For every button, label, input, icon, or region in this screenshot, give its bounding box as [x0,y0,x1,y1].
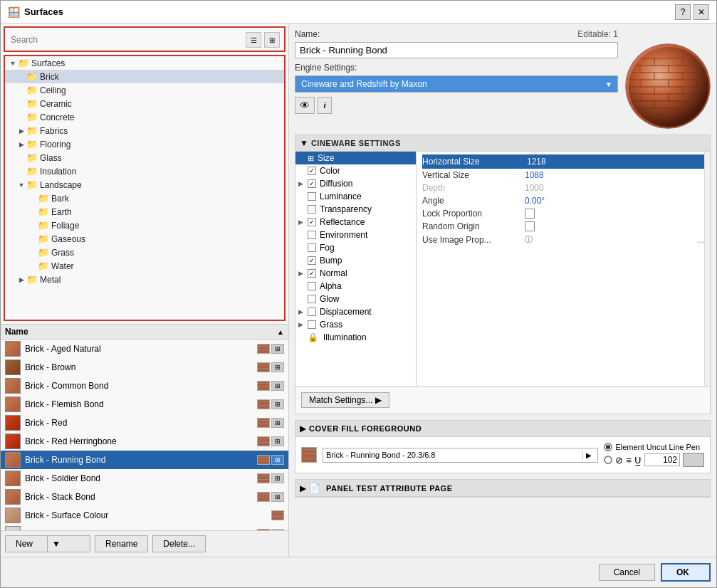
channel-grass[interactable]: ▶ Grass [295,318,416,331]
glow-checkbox[interactable] [308,295,316,303]
tree-item-concrete[interactable]: 📁 Concrete [5,110,284,124]
bump-checkbox[interactable] [308,256,316,265]
channel-transparency[interactable]: Transparency [295,203,416,216]
alpha-checkbox[interactable] [308,282,316,290]
list-item[interactable]: Brick - White Natural ⊞ [1,525,288,530]
tree-item-glass[interactable]: 📁 Glass [5,151,284,164]
brick-red-pattern-icon [257,418,270,428]
search-input[interactable] [9,33,243,46]
list-item[interactable]: Brick - Red Herringbone ⊞ [1,432,288,451]
ok-button[interactable]: OK [661,563,711,582]
channel-alpha[interactable]: Alpha [295,280,416,293]
tree-item-bark-label: Bark [51,194,69,204]
properties-scrollbar[interactable] [704,152,710,386]
cover-item-arrow[interactable]: ▶ [582,450,595,461]
material-name-input[interactable] [295,42,618,58]
lock-proportion-checkbox[interactable] [525,209,535,219]
new-dropdown-button[interactable]: ▼ [48,535,90,552]
list-item[interactable]: Brick - Flemish Bond ⊞ [1,395,288,414]
info-button[interactable]: i [318,97,332,114]
cineware-header[interactable]: ▼ CINEWARE SETTINGS [295,135,711,152]
tree-item-earth[interactable]: 📁 Earth [5,205,284,219]
channel-bump[interactable]: Bump [295,254,416,267]
normal-checkbox[interactable] [308,269,316,278]
tree-item-water[interactable]: 📁 Water [5,259,284,273]
environment-checkbox[interactable] [308,231,316,239]
illumination-icon: 🔒 [308,332,318,342]
title-bar-left: 🪟 Surfaces [8,6,63,18]
prop-angle: Angle 0.00° [422,194,704,207]
channel-luminance[interactable]: Luminance [295,190,416,203]
panel-test-header[interactable]: ▶ 📄 PANEL TEST ATTRIBUTE PAGE [295,480,710,497]
tree-item-fabrics[interactable]: ▶ 📁 Fabrics [5,124,284,137]
close-button[interactable]: ✕ [694,4,709,20]
list-item[interactable]: Brick - Stack Bond ⊞ [1,488,288,506]
tree-item-metal[interactable]: ▶ 📁 Metal [5,273,284,286]
tree-item-insulation[interactable]: 📁 Insulation [5,164,284,178]
tree-root[interactable]: ▼ 📁 Surfaces [5,56,284,70]
diffusion-checkbox[interactable] [308,179,316,188]
element-uncut-radio[interactable] [604,443,612,451]
tree-item-foliage[interactable]: 📁 Foliage [5,219,284,232]
material-preview-sphere[interactable] [625,43,711,129]
luminance-checkbox[interactable] [308,192,316,201]
fog-checkbox[interactable] [308,243,316,252]
grass-checkbox[interactable] [308,320,316,329]
list-view-button[interactable]: ☰ [246,32,261,48]
left-panel-buttons: New ▼ Rename Delete... [1,530,288,557]
channel-size[interactable]: ⊞ Size [295,152,416,164]
grass-expand-icon [28,248,38,258]
delete-button[interactable]: Delete... [152,535,206,552]
tree-item-grass-label: Grass [51,248,74,258]
tree-item-grass[interactable]: 📁 Grass [5,246,284,259]
channel-normal[interactable]: ▶ Normal [295,267,416,280]
match-settings-button[interactable]: Match Settings... ▶ [301,392,389,408]
tree-view-button[interactable]: ⊞ [264,32,280,48]
channel-illumination[interactable]: 🔒 Illumination [295,331,416,344]
eye-button[interactable]: 👁 [295,97,315,114]
opacity-input[interactable] [644,453,680,466]
tree-item-ceiling[interactable]: 📁 Ceiling [5,83,284,97]
tree-item-ceramic[interactable]: 📁 Ceramic [5,97,284,110]
channel-environment[interactable]: Environment [295,229,416,241]
color-checkbox[interactable] [308,167,316,175]
channel-reflectance[interactable]: ▶ Reflectance [295,216,416,229]
ceramic-expand-icon [16,99,26,109]
engine-select[interactable]: Cineware and Redshift by Maxon [295,75,618,93]
rename-button[interactable]: Rename [95,535,148,552]
tree-item-gaseous[interactable]: 📁 Gaseous [5,232,284,246]
list-item[interactable]: Brick - Red ⊞ [1,414,288,432]
tree-item-flooring[interactable]: ▶ 📁 Flooring [5,137,284,151]
ceramic-folder-icon: 📁 [26,98,38,109]
tree-item-bark[interactable]: 📁 Bark [5,191,284,205]
channel-color[interactable]: Color [295,164,416,177]
use-image-info-icon[interactable]: ⓘ [525,234,533,245]
opacity-radio[interactable] [604,456,612,464]
color-swatch[interactable] [683,453,704,467]
list-item[interactable]: Brick - Soldier Bond ⊞ [1,469,288,488]
new-button[interactable]: New [5,535,48,552]
cancel-button[interactable]: Cancel [599,564,655,581]
cover-fill-header[interactable]: ▶ COVER FILL FOREGROUND [295,421,710,437]
list-item[interactable]: Brick - Surface Colour [1,506,288,525]
channel-diffusion[interactable]: ▶ Diffusion [295,177,416,190]
channel-glow[interactable]: Glow [295,293,416,305]
properties-panel: Horizontal Size Vertical Size 1088 Depth… [417,152,710,386]
list-item[interactable]: Brick - Aged Natural ⊞ [1,340,288,358]
horizontal-size-input[interactable] [525,156,582,167]
help-button[interactable]: ? [675,4,691,20]
transparency-checkbox[interactable] [308,205,316,214]
list-item-selected[interactable]: Brick - Running Bond ⊞ [1,451,288,469]
random-origin-checkbox[interactable] [525,221,535,231]
channel-displacement[interactable]: ▶ Displacement [295,305,416,318]
tree-item-landscape-label: Landscape [40,180,82,190]
list-item[interactable]: Brick - Brown ⊞ [1,358,288,377]
reflectance-checkbox[interactable] [308,218,316,226]
brick-brown-icons: ⊞ [257,362,284,372]
displacement-checkbox[interactable] [308,308,316,316]
tree-area: ▼ 📁 Surfaces 📁 Brick 📁 Ceiling [4,55,286,321]
list-item[interactable]: Brick - Common Bond ⊞ [1,377,288,395]
tree-item-landscape[interactable]: ▼ 📁 Landscape [5,178,284,191]
channel-fog[interactable]: Fog [295,241,416,254]
tree-item-brick[interactable]: 📁 Brick [5,70,284,83]
